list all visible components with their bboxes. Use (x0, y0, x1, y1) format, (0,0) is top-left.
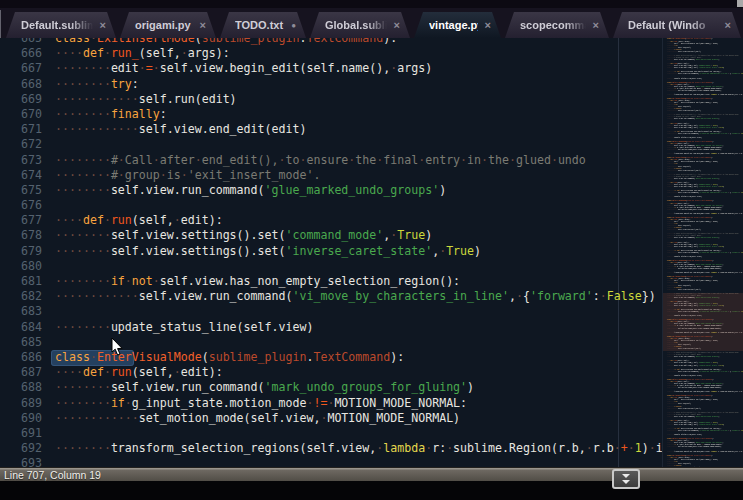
code-editor[interactable]: 665class·ExitInsertMode(sublime_plugin.T… (0, 38, 743, 467)
scroll-stepper-button[interactable] (612, 469, 640, 489)
line-number: 677 (0, 213, 42, 228)
code-text: ········self.view.run_command('mark_undo… (55, 380, 474, 395)
line-number: 684 (0, 320, 42, 335)
code-line: 665class·ExitInsertMode(sublime_plugin.T… (0, 38, 743, 46)
code-line: 675········self.view.run_command('glue_m… (0, 183, 743, 198)
line-number: 692 (0, 441, 42, 456)
code-line: 684········update_status_line(self.view) (0, 320, 743, 335)
minimap[interactable]: class·ExitInsertMode(sublime_plugin.Text… (662, 38, 743, 467)
code-line: 677····def·run(self,·edit): (0, 213, 743, 228)
code-text: ········edit·=·self.view.begin_edit(self… (55, 61, 432, 76)
line-number: 676 (0, 198, 42, 213)
tab-bar: Default.sublim×origami.py×TODO.txt●Globa… (0, 8, 743, 38)
line-number: 670 (0, 107, 42, 122)
minimap-viewport[interactable] (663, 293, 743, 351)
code-line: 688········self.view.run_command('mark_u… (0, 380, 743, 395)
tab-todo.txt[interactable]: TODO.txt● (220, 12, 306, 38)
line-number: 691 (0, 426, 42, 441)
code-text: ········update_status_line(self.view) (55, 320, 313, 335)
code-line: 681········if·not·self.view.has_non_empt… (0, 274, 743, 289)
scroll-arrow-top-icon (622, 474, 630, 478)
tab-label: Default (Windo (628, 19, 718, 31)
sublime-text-window: Default.sublim×origami.py×TODO.txt●Globa… (0, 0, 743, 500)
code-text: ········self.view.run_command('glue_mark… (55, 183, 446, 198)
close-icon[interactable]: × (725, 19, 731, 31)
line-number: 681 (0, 274, 42, 289)
code-text: ········self.view.settings().set('invers… (55, 244, 481, 259)
code-text: ········try: (55, 77, 139, 92)
code-line: 693 (0, 456, 743, 467)
code-line: 672 (0, 137, 743, 152)
window-corner-fragment (737, 0, 743, 7)
code-line: 691 (0, 426, 743, 441)
code-line: 692········transform_selection_regions(s… (0, 441, 743, 456)
line-number: 674 (0, 168, 42, 183)
code-text: ········if·g_input_state.motion_mode·!=·… (55, 396, 467, 411)
code-line: 690············set_motion_mode(self.view… (0, 411, 743, 426)
line-number: 679 (0, 244, 42, 259)
line-number: 669 (0, 92, 42, 107)
line-number: 673 (0, 153, 42, 168)
close-icon[interactable]: × (100, 19, 106, 31)
code-text: ········#·Call·after·end_edit(),·to·ensu… (55, 153, 586, 168)
line-number: 687 (0, 365, 42, 380)
tab-global.sublime[interactable]: Global.sublime× (310, 12, 410, 38)
close-icon[interactable]: × (394, 19, 400, 31)
line-number: 668 (0, 77, 42, 92)
line-number: 693 (0, 456, 42, 467)
tab-origami.py[interactable]: origami.py× (120, 12, 216, 38)
code-text: ········self.view.settings().set('comman… (55, 228, 432, 243)
code-line: 682············self.view.run_command('vi… (0, 289, 743, 304)
code-line: 668········try: (0, 77, 743, 92)
code-line: 689········if·g_input_state.motion_mode·… (0, 396, 743, 411)
line-number: 680 (0, 259, 42, 274)
tab-label: vintage.py (429, 19, 478, 31)
code-line: 678········self.view.settings().set('com… (0, 228, 743, 243)
code-line: 683 (0, 304, 743, 319)
scroll-arrow-bottom-icon (622, 480, 630, 484)
close-icon[interactable]: × (593, 19, 599, 31)
code-text: ········transform_selection_regions(self… (55, 441, 663, 456)
code-line: 687····def·run(self,·edit): (0, 365, 743, 380)
code-text: ····def·run_(self,·args): (55, 46, 230, 61)
tab-default.sublim[interactable]: Default.sublim× (6, 12, 116, 38)
tab-list: Default.sublim×origami.py×TODO.txt●Globa… (6, 12, 743, 38)
code-line: 669············self.run(edit) (0, 92, 743, 107)
code-text: ········#·group·is·'exit_insert_mode'. (55, 168, 320, 183)
close-icon[interactable]: × (200, 19, 206, 31)
line-number: 682 (0, 289, 42, 304)
tab-label: TODO.txt (235, 19, 284, 31)
code-text: class·ExitInsertMode(sublime_plugin.Text… (55, 38, 397, 46)
code-text: ············set_motion_mode(self.view,·M… (55, 411, 460, 426)
modified-dot-icon[interactable]: ● (291, 21, 296, 30)
code-lines: 665class·ExitInsertMode(sublime_plugin.T… (0, 38, 743, 467)
code-text: ············self.view.end_edit(edit) (55, 122, 306, 137)
tab-label: Default.sublim (21, 19, 93, 31)
line-number: 686 (0, 350, 42, 365)
code-line: 673········#·Call·after·end_edit(),·to·e… (0, 153, 743, 168)
tab-label: Global.sublime (325, 19, 387, 31)
code-text: ········if·not·self.view.has_non_empty_s… (55, 274, 460, 289)
code-text: ············self.view.run_command('vi_mo… (55, 289, 656, 304)
line-number: 671 (0, 122, 42, 137)
window-edge-highlight (0, 10, 1, 38)
code-text: ············self.run(edit) (55, 92, 237, 107)
line-number: 667 (0, 61, 42, 76)
code-line: 679········self.view.settings().set('inv… (0, 244, 743, 259)
code-line: 666····def·run_(self,·args): (0, 46, 743, 61)
close-icon[interactable]: × (485, 19, 491, 31)
line-number: 689 (0, 396, 42, 411)
code-text: ········finally: (55, 107, 167, 122)
tab-default-windo[interactable]: Default (Windo× (613, 12, 741, 38)
line-number: 685 (0, 335, 42, 350)
line-number: 678 (0, 228, 42, 243)
tab-scopecommand[interactable]: scopecommand× (505, 12, 609, 38)
window-top-strip (0, 0, 743, 8)
status-line-column: Line 707, Column 19 (4, 469, 101, 481)
code-text: ····def·run(self,·edit): (55, 365, 223, 380)
line-number: 688 (0, 380, 42, 395)
tab-label: origami.py (135, 19, 193, 31)
line-number: 675 (0, 183, 42, 198)
line-number: 666 (0, 46, 42, 61)
tab-vintage.py[interactable]: vintage.py× (414, 12, 501, 38)
